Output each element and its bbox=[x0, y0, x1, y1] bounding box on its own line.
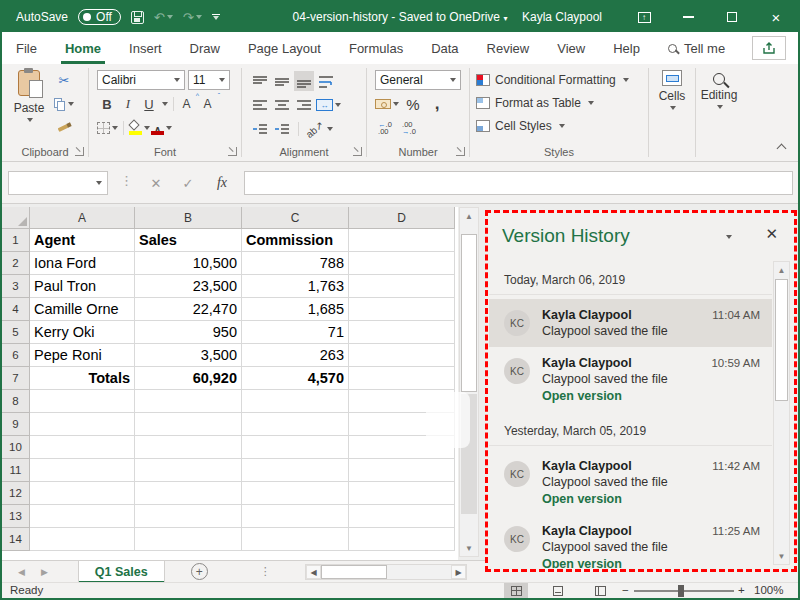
cell-A3[interactable]: Paul Tron bbox=[30, 275, 135, 298]
formula-input[interactable] bbox=[244, 171, 793, 195]
cell-D6[interactable] bbox=[349, 344, 455, 367]
cell-A5[interactable]: Kerry Oki bbox=[30, 321, 135, 344]
tab-review[interactable]: Review bbox=[473, 32, 544, 64]
normal-view-button[interactable] bbox=[504, 583, 528, 598]
open-version-link[interactable]: Open version bbox=[542, 492, 668, 506]
enter-entry-button[interactable]: ✓ bbox=[174, 171, 202, 195]
column-header-D[interactable]: D bbox=[349, 207, 455, 229]
align-right-button[interactable] bbox=[294, 95, 314, 115]
cell-A4[interactable]: Camille Orne bbox=[30, 298, 135, 321]
cell-B8[interactable] bbox=[135, 390, 242, 413]
conditional-formatting-button[interactable]: Conditional Formatting bbox=[476, 69, 648, 91]
cell-styles-button[interactable]: Cell Styles bbox=[476, 115, 648, 137]
cell-B13[interactable] bbox=[135, 505, 242, 528]
percent-style-button[interactable]: % bbox=[403, 94, 423, 114]
autosave-toggle[interactable]: Off bbox=[78, 9, 121, 25]
panel-scrollbar[interactable]: ▲ ▼ bbox=[773, 261, 790, 565]
row-header-2[interactable]: 2 bbox=[2, 252, 30, 275]
format-as-table-button[interactable]: Format as Table bbox=[476, 92, 648, 114]
cell-B1[interactable]: Sales bbox=[135, 229, 242, 252]
cell-B12[interactable] bbox=[135, 482, 242, 505]
cell-D14[interactable] bbox=[349, 528, 455, 551]
tab-draw[interactable]: Draw bbox=[176, 32, 234, 64]
page-layout-view-button[interactable] bbox=[546, 583, 570, 598]
cell-B14[interactable] bbox=[135, 528, 242, 551]
scroll-up-icon[interactable]: ▲ bbox=[460, 208, 478, 224]
cell-C10[interactable] bbox=[242, 436, 349, 459]
cell-C3[interactable]: 1,763 bbox=[242, 275, 349, 298]
open-version-link[interactable]: Open version bbox=[542, 557, 668, 568]
italic-button[interactable]: I bbox=[118, 94, 138, 114]
row-header-7[interactable]: 7 bbox=[2, 367, 30, 390]
row-header-10[interactable]: 10 bbox=[2, 436, 30, 459]
comma-style-button[interactable]: , bbox=[427, 94, 447, 114]
open-version-link[interactable]: Open version bbox=[542, 389, 668, 403]
cell-D1[interactable] bbox=[349, 229, 455, 252]
cell-D11[interactable] bbox=[349, 459, 455, 482]
redo-button[interactable]: ↷ bbox=[183, 11, 202, 24]
alignment-dialog-launcher[interactable] bbox=[353, 147, 362, 156]
cells-button[interactable]: Cells bbox=[649, 64, 695, 161]
sheet-tab-q1-sales[interactable]: Q1 Sales bbox=[78, 561, 165, 583]
cell-B9[interactable] bbox=[135, 413, 242, 436]
page-break-view-button[interactable] bbox=[588, 583, 612, 598]
row-header-5[interactable]: 5 bbox=[2, 321, 30, 344]
share-button[interactable] bbox=[752, 36, 786, 60]
column-header-C[interactable]: C bbox=[242, 207, 349, 229]
format-painter-button[interactable] bbox=[54, 118, 74, 138]
horizontal-scrollbar-thumb[interactable] bbox=[321, 565, 387, 579]
cell-C11[interactable] bbox=[242, 459, 349, 482]
cell-D2[interactable] bbox=[349, 252, 455, 275]
clipboard-dialog-launcher[interactable] bbox=[75, 147, 84, 156]
cell-D3[interactable] bbox=[349, 275, 455, 298]
tab-file[interactable]: File bbox=[2, 32, 51, 64]
row-header-12[interactable]: 12 bbox=[2, 482, 30, 505]
row-header-14[interactable]: 14 bbox=[2, 528, 30, 551]
version-entry[interactable]: KCKayla ClaypoolClaypool saved the fileO… bbox=[489, 347, 772, 412]
cell-B5[interactable]: 950 bbox=[135, 321, 242, 344]
close-button[interactable]: × bbox=[754, 2, 798, 32]
cell-B3[interactable]: 23,500 bbox=[135, 275, 242, 298]
undo-button[interactable]: ↶ bbox=[154, 11, 173, 24]
wrap-text-button[interactable] bbox=[316, 71, 336, 91]
cut-button[interactable]: ✂ bbox=[54, 70, 74, 90]
cell-C5[interactable]: 71 bbox=[242, 321, 349, 344]
cell-C8[interactable] bbox=[242, 390, 349, 413]
zoom-slider-handle[interactable] bbox=[678, 585, 684, 597]
name-box[interactable] bbox=[8, 171, 108, 195]
borders-button[interactable] bbox=[97, 118, 118, 138]
sheet-nav-right-icon[interactable]: ▶ bbox=[41, 567, 48, 577]
cell-A12[interactable] bbox=[30, 482, 135, 505]
paste-button[interactable]: Paste bbox=[10, 70, 48, 136]
maximize-button[interactable] bbox=[710, 2, 754, 32]
cell-C1[interactable]: Commission bbox=[242, 229, 349, 252]
row-header-1[interactable]: 1 bbox=[2, 229, 30, 252]
cell-B10[interactable] bbox=[135, 436, 242, 459]
version-entry[interactable]: KCKayla ClaypoolClaypool saved the fileO… bbox=[489, 515, 772, 568]
cell-A8[interactable] bbox=[30, 390, 135, 413]
orientation-button[interactable]: ab↗ bbox=[305, 119, 333, 139]
cell-A9[interactable] bbox=[30, 413, 135, 436]
cell-C12[interactable] bbox=[242, 482, 349, 505]
cell-A1[interactable]: Agent bbox=[30, 229, 135, 252]
decrease-decimal-button[interactable]: .00→.0 bbox=[399, 118, 419, 138]
tab-page-layout[interactable]: Page Layout bbox=[234, 32, 335, 64]
column-header-B[interactable]: B bbox=[135, 207, 242, 229]
panel-close-icon[interactable]: ✕ bbox=[765, 225, 778, 243]
font-color-button[interactable]: A bbox=[151, 118, 172, 138]
cell-D4[interactable] bbox=[349, 298, 455, 321]
underline-caret-icon[interactable] bbox=[162, 102, 168, 106]
cell-B11[interactable] bbox=[135, 459, 242, 482]
zoom-slider-track[interactable] bbox=[634, 590, 734, 592]
row-header-11[interactable]: 11 bbox=[2, 459, 30, 482]
cell-A6[interactable]: Pepe Roni bbox=[30, 344, 135, 367]
user-name[interactable]: Kayla Claypool bbox=[522, 10, 602, 24]
version-entry[interactable]: KCKayla ClaypoolClaypool saved the fileO… bbox=[489, 450, 772, 515]
cell-D12[interactable] bbox=[349, 482, 455, 505]
merge-center-button[interactable]: ↔ bbox=[316, 95, 341, 115]
zoom-out-button[interactable]: − bbox=[622, 584, 629, 596]
row-header-4[interactable]: 4 bbox=[2, 298, 30, 321]
select-all-corner[interactable] bbox=[2, 207, 30, 229]
top-align-button[interactable] bbox=[250, 71, 270, 91]
cell-D5[interactable] bbox=[349, 321, 455, 344]
